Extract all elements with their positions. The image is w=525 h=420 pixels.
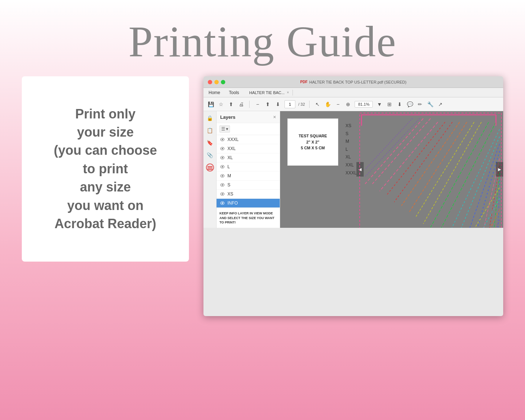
layer-name-l: L [227,164,277,169]
test-square-line3: 5 CM X 5 CM [301,145,325,151]
titlebar: PDF HALTER TIE BACK TOP US-LETTER.pdf (S… [203,76,503,88]
save-icon[interactable]: 💾 [207,101,214,108]
layer-eye-icon[interactable] [219,191,225,197]
svg-point-12 [222,175,223,177]
left-text-line7: Acrobat Reader) [54,215,157,233]
title-area: Printing Guide [0,0,525,76]
svg-point-10 [222,166,223,167]
sidebar-layers-icon[interactable] [206,163,214,171]
left-text-line3: (you can choose [54,141,157,159]
plus-icon[interactable]: ⊕ [344,101,352,108]
svg-rect-0 [207,166,213,167]
left-text-line2: your size [54,123,157,141]
svg-line-30 [438,122,496,228]
page-total: / 32 [298,102,305,106]
pen-icon[interactable]: ✏ [416,101,424,108]
sidebar-bookmark-icon[interactable]: 🔖 [206,139,214,147]
bookmark-icon[interactable]: ☆ [217,101,225,108]
layer-item-xxxl[interactable]: XXXL [217,135,280,144]
pdf-main-area: ◄ TEST SQUARE 2" X 2" 5 CM X 5 CM XS S M… [280,111,503,228]
left-text-box: Print only your size (you can choose to … [22,76,189,262]
sidebar-pages-icon[interactable]: 📋 [206,126,214,134]
size-m: M [346,138,357,146]
svg-point-18 [222,202,223,204]
print-icon[interactable]: 🖨 [238,101,245,108]
layers-close-button[interactable]: × [273,114,276,120]
zoom-in-icon[interactable]: ⬆ [264,101,271,108]
minus-icon[interactable]: − [334,101,342,108]
layer-item-xs[interactable]: XS [217,190,280,199]
main-content: Print only your size (you can choose to … [0,76,525,316]
separator2 [309,101,310,108]
layer-item-s[interactable]: S [217,181,280,190]
svg-point-16 [222,193,223,195]
tab-close-button[interactable]: × [287,90,289,94]
size-xl: XL [346,153,357,161]
menu-tools[interactable]: Tools [227,89,241,96]
svg-line-28 [423,122,481,224]
layer-name-m: M [227,173,277,178]
layer-item-xxl[interactable]: XXL [217,144,280,153]
svg-line-23 [387,122,445,195]
left-text-line4: to print [54,160,157,178]
svg-point-6 [222,148,223,149]
size-s: S [346,130,357,138]
layers-options-button[interactable]: ☰ ▾ [219,125,230,133]
close-button[interactable] [208,80,212,84]
zoom-dropdown-icon[interactable]: ▼ [376,101,383,108]
layer-eye-icon[interactable] [219,155,225,161]
separator [249,101,250,108]
layer-list: XXXLXXLXLLMSXSINFO [217,135,280,208]
layer-eye-icon[interactable] [219,164,225,170]
layer-item-m[interactable]: M [217,171,280,181]
size-xxl: XXL [346,161,357,169]
titlebar-title: PDF HALTER TIE BACK TOP US-LETTER.pdf (S… [300,80,406,84]
sidebar-attachment-icon[interactable]: 📎 [206,151,214,159]
hand-icon[interactable]: ✋ [324,101,331,108]
layer-name-xl: XL [227,155,277,160]
page-number-input[interactable]: 1 [284,100,295,108]
zoom-level[interactable]: 81.1% [355,101,373,108]
left-text-line1: Print only [54,105,157,123]
layers-title: Layers [220,114,235,120]
layer-item-xl[interactable]: XL [217,153,280,162]
cloud-upload-icon[interactable]: ⬆ [227,101,235,108]
layer-eye-icon[interactable] [219,137,225,142]
test-square-card: TEST SQUARE 2" X 2" 5 CM X 5 CM [287,118,338,166]
pdf-sidebar: 🔒 📋 🔖 📎 [203,111,217,228]
fit-page-icon[interactable]: ⊞ [386,101,393,108]
left-text-line6: you want on [54,197,157,215]
tab-halter[interactable]: HALTER TIE BAC... × [246,90,293,96]
size-l: L [346,146,357,154]
maximize-button[interactable] [221,80,225,84]
menu-home[interactable]: Home [206,89,222,96]
svg-point-4 [222,139,223,140]
layers-options-icon: ☰ [221,126,225,132]
tool-icon[interactable]: 🔧 [427,101,434,108]
pdf-body: 🔒 📋 🔖 📎 Layers × [203,111,503,228]
layer-eye-icon[interactable] [219,182,225,188]
layers-dropdown-icon: ▾ [226,126,228,132]
layer-eye-icon[interactable] [219,146,225,152]
layer-item-info[interactable]: INFO [217,199,280,208]
layer-eye-icon[interactable] [219,173,225,179]
layer-item-l[interactable]: L [217,162,280,171]
layer-eye-icon[interactable] [219,200,225,206]
svg-line-32 [452,137,500,228]
svg-rect-2 [207,169,213,170]
size-list: XS S M L XL XXL XXXL [346,122,357,177]
share-icon[interactable]: ↗ [437,101,444,108]
svg-line-42 [438,198,500,228]
size-xxxl: XXXL [346,169,357,177]
layers-toolbar: ☰ ▾ [217,123,280,135]
minimize-button[interactable] [214,80,219,84]
svg-line-36 [365,118,412,169]
zoom-out-icon[interactable]: − [254,101,261,108]
menubar: Home Tools HALTER TIE BAC... × [203,88,503,97]
zoom-down-icon[interactable]: ⬇ [274,101,282,108]
cursor-icon[interactable]: ↖ [314,101,321,108]
sidebar-lock-icon[interactable]: 🔒 [206,114,214,122]
download-icon[interactable]: ⬇ [396,101,403,108]
comment-icon[interactable]: 💬 [406,101,413,108]
pdf-nav-right[interactable]: ► [496,162,503,177]
